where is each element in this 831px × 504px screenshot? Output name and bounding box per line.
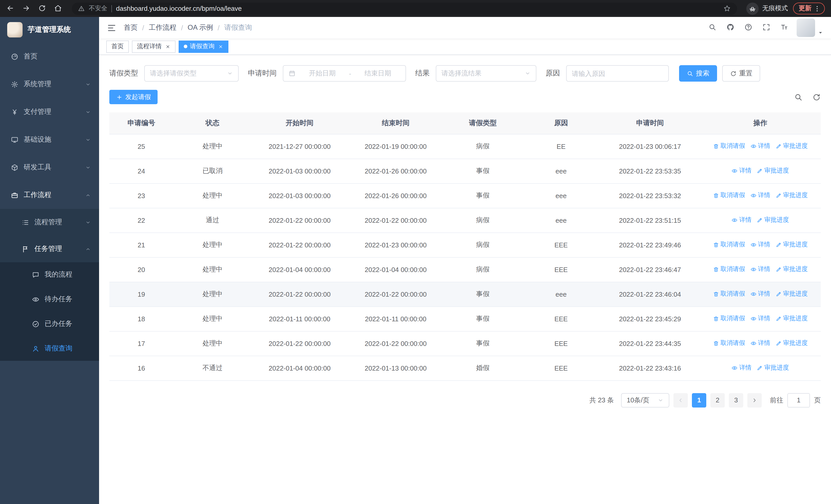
detail-link[interactable]: 详情 xyxy=(732,364,751,373)
progress-link[interactable]: 审批进度 xyxy=(775,265,808,274)
sidebar-item[interactable]: 研发工具 xyxy=(0,153,99,181)
cancel-link[interactable]: 取消请假 xyxy=(713,290,745,298)
sidebar-item[interactable]: 请假查询 xyxy=(0,336,99,361)
progress-link[interactable]: 审批进度 xyxy=(775,191,808,200)
breadcrumb-item[interactable]: OA 示例 xyxy=(188,23,213,32)
reset-button[interactable]: 重置 xyxy=(722,65,760,82)
github-button[interactable] xyxy=(726,23,736,32)
toggle-search-button[interactable] xyxy=(794,93,803,101)
home-button[interactable] xyxy=(54,4,63,13)
refresh-table-button[interactable] xyxy=(812,93,821,101)
breadcrumb-item[interactable]: 首页 xyxy=(124,23,138,32)
leave-type-select[interactable]: 请选择请假类型 xyxy=(144,65,239,82)
sidebar-item[interactable]: 我的流程 xyxy=(0,262,99,287)
progress-link[interactable]: 审批进度 xyxy=(775,290,808,298)
sidebar-item[interactable]: 流程管理 xyxy=(0,209,99,236)
close-tab-icon[interactable] xyxy=(218,44,223,49)
cancel-link[interactable]: 取消请假 xyxy=(713,240,745,249)
cell-id: 19 xyxy=(109,282,173,306)
cancel-link[interactable]: 取消请假 xyxy=(713,314,745,323)
help-button[interactable] xyxy=(744,23,753,32)
progress-link[interactable]: 审批进度 xyxy=(775,314,808,323)
create-leave-button[interactable]: 发起请假 xyxy=(109,90,157,104)
detail-link[interactable]: 详情 xyxy=(750,191,770,200)
next-page-button[interactable] xyxy=(747,393,762,407)
search-button[interactable] xyxy=(708,23,718,32)
close-tab-icon[interactable] xyxy=(165,44,170,49)
update-chip[interactable]: 更新 xyxy=(793,3,825,14)
detail-link[interactable]: 详情 xyxy=(750,240,770,249)
detail-link[interactable]: 详情 xyxy=(750,339,770,348)
chevron-down-icon xyxy=(658,397,664,403)
sidebar-toggle-icon[interactable] xyxy=(107,23,116,33)
sidebar-item[interactable]: 任务管理 xyxy=(0,236,99,262)
fullscreen-button[interactable] xyxy=(762,23,771,32)
progress-link[interactable]: 审批进度 xyxy=(775,142,808,151)
sidebar-item[interactable]: 已办任务 xyxy=(0,312,99,336)
sidebar-item[interactable]: 待办任务 xyxy=(0,287,99,312)
detail-link[interactable]: 详情 xyxy=(732,167,751,175)
cell-end: 2022-01-23 00:00:00 xyxy=(348,233,444,257)
tab[interactable]: 首页 xyxy=(106,40,129,53)
detail-link[interactable]: 详情 xyxy=(750,290,770,298)
back-button[interactable] xyxy=(6,4,15,13)
page-button-2[interactable]: 2 xyxy=(710,393,725,407)
user-menu[interactable] xyxy=(797,19,823,37)
url-text[interactable]: dashboard.yudao.iocoder.cn/bpm/oa/leave xyxy=(116,5,719,12)
detail-link[interactable]: 详情 xyxy=(750,142,770,151)
page-button-3[interactable]: 3 xyxy=(729,393,743,407)
detail-link[interactable]: 详情 xyxy=(732,216,751,225)
detail-link[interactable]: 详情 xyxy=(750,314,770,323)
cell-end: 2022-01-26 00:00:00 xyxy=(348,183,444,208)
cancel-link[interactable]: 取消请假 xyxy=(713,142,745,151)
progress-link[interactable]: 审批进度 xyxy=(775,240,808,249)
goto-page-input[interactable] xyxy=(787,393,810,407)
result-select[interactable]: 请选择流结果 xyxy=(436,65,536,82)
sidebar-item[interactable]: 系统管理 xyxy=(0,70,99,98)
progress-link[interactable]: 审批进度 xyxy=(756,364,789,373)
progress-link[interactable]: 审批进度 xyxy=(756,167,789,175)
table-row: 17处理中2022-01-22 00:00:002022-01-22 00:00… xyxy=(109,331,821,356)
sidebar-item-label: 基础设施 xyxy=(24,135,51,144)
progress-link[interactable]: 审批进度 xyxy=(756,216,789,225)
list-icon xyxy=(22,218,29,226)
font-size-button[interactable] xyxy=(780,23,790,32)
browser-menu-icon[interactable] xyxy=(813,5,821,12)
result-placeholder: 请选择流结果 xyxy=(441,69,482,78)
gear-icon xyxy=(11,80,19,88)
monitor-icon xyxy=(11,136,19,144)
incognito-badge[interactable]: 无痕模式 xyxy=(746,2,788,14)
page-size-select[interactable]: 10条/页 xyxy=(621,393,669,407)
detail-link-label: 详情 xyxy=(739,364,751,373)
sidebar-item[interactable]: 工作流程 xyxy=(0,181,99,209)
detail-link[interactable]: 详情 xyxy=(750,265,770,274)
sidebar-item[interactable]: 首页 xyxy=(0,42,99,70)
prev-page-button[interactable] xyxy=(674,393,688,407)
bookmark-star-icon[interactable] xyxy=(723,5,731,12)
address-bar[interactable]: 不安全 dashboard.yudao.iocoder.cn/bpm/oa/le… xyxy=(72,2,737,14)
reload-button[interactable] xyxy=(38,4,47,13)
cell-status: 处理中 xyxy=(173,282,252,306)
sidebar-item[interactable]: 基础设施 xyxy=(0,126,99,153)
progress-link[interactable]: 审批进度 xyxy=(775,339,808,348)
filter-form: 请假类型 请选择请假类型 申请时间 开始日期 - 结束日期 结果 请选择流结果 xyxy=(109,65,821,82)
cancel-link[interactable]: 取消请假 xyxy=(713,265,745,274)
cell-applied: 2022-01-22 23:51:15 xyxy=(600,208,700,233)
reason-field[interactable] xyxy=(566,65,669,82)
cancel-link[interactable]: 取消请假 xyxy=(713,339,745,348)
cancel-link[interactable]: 取消请假 xyxy=(713,191,745,200)
cell-status: 处理中 xyxy=(173,183,252,208)
reason-input[interactable] xyxy=(572,69,663,77)
security-label[interactable]: 不安全 xyxy=(89,4,107,13)
avatar[interactable] xyxy=(797,19,815,37)
page-button-1[interactable]: 1 xyxy=(692,393,706,407)
app-logo[interactable]: 芋道管理系统 xyxy=(0,17,99,42)
sidebar-item[interactable]: 支付管理 xyxy=(0,98,99,126)
tab[interactable]: 流程详情 xyxy=(132,40,175,53)
forward-button[interactable] xyxy=(22,4,31,13)
table-row: 22通过2022-01-22 00:00:002022-01-22 00:00:… xyxy=(109,208,821,233)
search-button[interactable]: 搜索 xyxy=(679,65,717,82)
apply-time-range-picker[interactable]: 开始日期 - 结束日期 xyxy=(283,65,406,82)
breadcrumb-item[interactable]: 工作流程 xyxy=(149,23,177,32)
tab[interactable]: 请假查询 xyxy=(179,40,228,53)
